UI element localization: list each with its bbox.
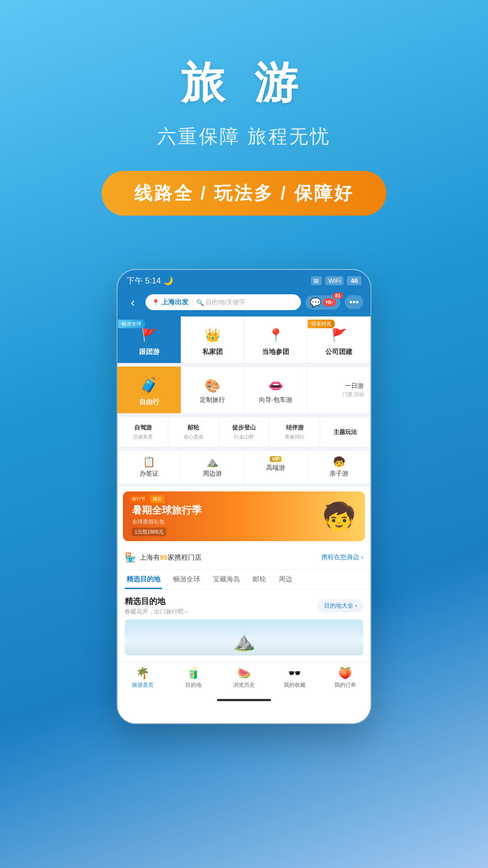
cat-family-label: 亲子游 <box>329 470 348 478</box>
cat-nearby-label: 周边游 <box>203 470 222 478</box>
cat-family[interactable]: 🧒 亲子游 <box>308 451 371 483</box>
hero-content: 旅 游 六重保障 旅程无忧 线路全 / 玩法多 / 保障好 <box>0 0 488 243</box>
cat-luxury[interactable]: VIP 高端游 <box>244 451 308 483</box>
phone-mockup: 下午 5:14 🌙 ⊠ WiFi 46 ‹ 📍 上海出发 🔍 目的地/关键字 <box>117 270 371 723</box>
tab-cruise[interactable]: 邮轮 <box>251 570 268 589</box>
cat-companion[interactable]: 结伴游 青春同行 <box>269 417 320 447</box>
cat-theme-label: 主题玩法 <box>333 428 357 436</box>
banner-character: 🧒 <box>322 500 356 533</box>
featured-more-button[interactable]: 目的地大全 › <box>318 599 363 613</box>
featured-section: 精选目的地 春暖花开，出门旅行吧～ 目的地大全 › ⛰️ <box>117 590 371 662</box>
cat-join-tour[interactable]: 畅游全球 🚩 跟团游 <box>117 316 181 363</box>
bottom-nav: 🌴 旅游首页 🧃 目的地 🍉 浏览历史 🕶️ 我的收藏 🍑 我的订 <box>117 662 371 696</box>
more-button[interactable]: ••• <box>345 295 363 309</box>
cat-family-icon: 🧒 <box>333 456 345 468</box>
cat-local-tour[interactable]: 📍 当地参团 <box>244 316 307 363</box>
hero-badge: 线路全 / 玩法多 / 保障好 <box>102 171 387 216</box>
cat-self-drive[interactable]: 自驾游 沿途美景 <box>117 417 168 447</box>
featured-visual: ⛰️ <box>125 619 363 656</box>
nav-destination-label: 目的地 <box>185 681 202 689</box>
promo-tag-global: 畅游全球 <box>118 320 145 328</box>
cat-companion-sub: 青春同行 <box>285 434 305 440</box>
nav-orders-icon: 🍑 <box>338 667 352 679</box>
banner-tag1: 旅行节 <box>129 495 148 503</box>
cat-cruise[interactable]: 邮轮 省心度假 <box>168 417 219 447</box>
search-icon: 🔍 <box>196 299 204 306</box>
status-icons: ⊠ WiFi 46 <box>311 276 361 285</box>
cat-nearby[interactable]: ⛰️ 周边游 <box>181 451 244 483</box>
banner-tag2: 爆款 <box>150 495 164 503</box>
home-bar <box>217 699 271 701</box>
tab-global[interactable]: 畅游全球 <box>171 570 202 589</box>
more-icon: ••• <box>349 297 359 307</box>
destination-tabs: 精选目的地 畅游全球 宝藏海岛 邮轮 周边 <box>117 570 371 590</box>
status-bar: 下午 5:14 🌙 ⊠ WiFi 46 <box>117 270 371 290</box>
cat-local-tour-label: 当地参团 <box>262 348 289 356</box>
category-grid-row2: 🧳 自由行 🎨 定制旅行 👄 向导·包车游 一日游 门票·活动 <box>117 367 371 417</box>
nav-favorites-label: 我的收藏 <box>284 681 305 689</box>
cat-company-tour-label: 公司团建 <box>325 348 352 356</box>
search-bar[interactable]: 📍 上海出发 🔍 目的地/关键字 <box>145 294 301 310</box>
nav-history-icon: 🍉 <box>237 667 251 679</box>
store-text: 上海有95家携程门店 <box>140 553 202 562</box>
nav-history-label: 浏览历史 <box>233 681 255 689</box>
hero-subtitle: 六重保障 旅程无忧 <box>18 124 470 149</box>
cat-private-tour-icon: 👑 <box>202 325 222 345</box>
chat-icon: 💬 <box>310 297 321 308</box>
cat-custom-travel[interactable]: 🎨 定制旅行 <box>181 367 244 413</box>
cat-luxury-label: 高端游 <box>266 464 285 472</box>
store-link[interactable]: 携程在您身边 › <box>321 553 363 561</box>
phone-wrapper: 下午 5:14 🌙 ⊠ WiFi 46 ‹ 📍 上海出发 🔍 目的地/关键字 <box>0 270 488 760</box>
tab-nearby[interactable]: 周边 <box>277 570 294 589</box>
tab-featured[interactable]: 精选目的地 <box>125 570 162 589</box>
category-grid-row1: 畅游全球 🚩 跟团游 👑 私家团 📍 当地参团 惊喜特惠 🚩 <box>117 316 371 367</box>
cat-cruise-label: 邮轮 <box>188 424 199 432</box>
cat-nearby-icon: ⛰️ <box>206 456 218 468</box>
moon-icon: 🌙 <box>163 276 173 285</box>
nav-orders[interactable]: 🍑 我的订单 <box>320 667 371 689</box>
store-left: 🏪 上海有95家携程门店 <box>125 552 202 563</box>
cat-local-tour-icon: 📍 <box>266 325 286 345</box>
hi-badge: Hi- <box>323 298 336 307</box>
cat-company-tour[interactable]: 惊喜特惠 🚩 公司团建 <box>307 316 371 363</box>
promo-tag-special: 惊喜特惠 <box>308 320 335 328</box>
pin-icon: 📍 <box>152 299 160 306</box>
back-button[interactable]: ‹ <box>125 295 141 310</box>
banner-text: 暑期全球旅行季 全球度假礼包 1元抵1888元 <box>132 504 202 536</box>
nav-history[interactable]: 🍉 浏览历史 <box>219 667 269 689</box>
cat-day-trip-label: 一日游 <box>345 382 364 390</box>
nav-favorites[interactable]: 🕶️ 我的收藏 <box>269 667 320 689</box>
nav-destination[interactable]: 🧃 目的地 <box>168 667 219 689</box>
featured-header: 精选目的地 春暖花开，出门旅行吧～ 目的地大全 › <box>125 596 363 616</box>
cat-companion-label: 结伴游 <box>286 424 304 432</box>
location-selector[interactable]: 📍 上海出发 <box>152 298 193 307</box>
cat-free-travel[interactable]: 🧳 自由行 <box>117 367 181 413</box>
status-time: 下午 5:14 🌙 <box>127 275 173 286</box>
store-info: 🏪 上海有95家携程门店 携程在您身边 › <box>117 546 371 570</box>
mountain-icon: ⛰️ <box>233 631 255 652</box>
wifi-icon: WiFi <box>325 276 343 285</box>
cat-visa[interactable]: 📋 办签证 <box>117 451 181 483</box>
banner-sub2: 1元抵1888元 <box>132 528 166 536</box>
location-text: 上海出发 <box>161 298 188 307</box>
signal-icon: ⊠ <box>311 276 322 285</box>
promo-banner[interactable]: 旅行节 爆款 暑期全球旅行季 全球度假礼包 1元抵1888元 🧒 <box>123 491 365 541</box>
cat-join-tour-label: 跟团游 <box>139 348 160 356</box>
tab-island[interactable]: 宝藏海岛 <box>211 570 242 589</box>
featured-title-area: 精选目的地 春暖花开，出门旅行吧～ <box>125 596 189 616</box>
cat-hiking[interactable]: 徒步登山 行走山野 <box>219 417 269 447</box>
notification-badge: 81 <box>333 292 343 299</box>
chat-button[interactable]: 💬 Hi- 81 <box>305 295 340 310</box>
featured-title: 精选目的地 <box>125 596 189 607</box>
category-row4: 📋 办签证 ⛰️ 周边游 VIP 高端游 🧒 亲子游 <box>117 451 371 487</box>
cat-private-tour[interactable]: 👑 私家团 <box>181 316 244 363</box>
nav-home[interactable]: 🌴 旅游首页 <box>117 667 168 689</box>
cat-free-travel-icon: 🧳 <box>139 375 159 395</box>
cat-guide-bus[interactable]: 👄 向导·包车游 <box>244 367 307 413</box>
cat-visa-label: 办签证 <box>140 470 159 478</box>
cat-theme[interactable]: 主题玩法 <box>320 417 371 447</box>
search-hint: 🔍 目的地/关键字 <box>196 298 245 307</box>
nav-orders-label: 我的订单 <box>334 681 356 689</box>
cat-private-tour-label: 私家团 <box>202 348 223 356</box>
cat-day-trip[interactable]: 一日游 门票·活动 <box>307 367 371 413</box>
